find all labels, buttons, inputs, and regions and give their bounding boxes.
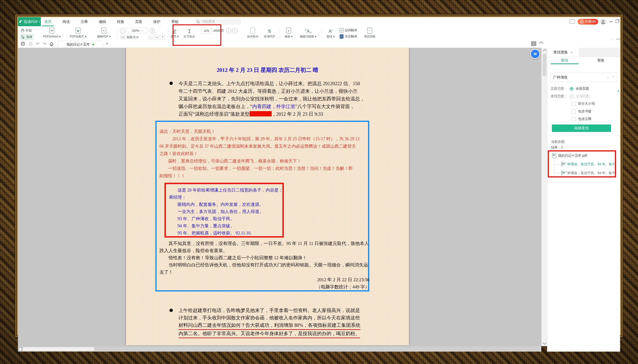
- zoom-in-button[interactable]: +: [150, 28, 155, 34]
- after-line: 去了！: [160, 268, 371, 276]
- function-search-input[interactable]: 功能搜索: [195, 18, 241, 25]
- menu-tab-help[interactable]: 帮助: [168, 17, 182, 26]
- merge-split-button[interactable]: 合并拆分: [245, 27, 260, 39]
- merge-split-icon: [250, 28, 255, 34]
- find-next-icon[interactable]: ⌄: [607, 76, 609, 79]
- edit-doc-icon: ✎: [102, 28, 106, 34]
- edit-pdf-button[interactable]: ✎ 编辑PDF ▾: [93, 27, 115, 39]
- find-replace-icon: ⌕: [367, 28, 372, 34]
- advanced-find-button[interactable]: 高级查找: [552, 124, 611, 132]
- document-tab[interactable]: 我的日记十五年: [57, 41, 103, 48]
- redaction-block: [250, 111, 272, 116]
- tab-find[interactable]: 查找: [555, 58, 574, 63]
- document-icon: [552, 153, 556, 158]
- play-button[interactable]: ▸ 播放 ▾: [282, 27, 295, 39]
- after-line: 当时明明白白已经告诉他天机，但他却没有打开成功大门的密码和钥匙。天眼一现顿合，瞬…: [160, 262, 371, 268]
- toolbar-divider: [168, 28, 168, 38]
- feedback-icon[interactable]: ···: [570, 19, 575, 24]
- app-brand-button[interactable]: 迅读PDF ▾: [18, 17, 41, 26]
- chevron-right-icon[interactable]: ›: [617, 88, 619, 93]
- checkbox-include-bookmarks[interactable]: [572, 110, 576, 114]
- result-count: 结果：2: [551, 146, 563, 150]
- menu-tab-protect[interactable]: 保护: [150, 17, 164, 26]
- tab-replace[interactable]: 替换: [591, 58, 610, 63]
- horizontal-scrollbar[interactable]: [18, 346, 541, 352]
- avatar[interactable]: [600, 19, 606, 24]
- bullet-icon: [170, 309, 173, 312]
- restore-window-button[interactable]: [615, 20, 619, 23]
- hand-icon: [21, 28, 24, 32]
- swallow-logo-icon: [19, 20, 23, 24]
- find-prev-icon[interactable]: ⌃: [612, 76, 614, 79]
- result-doc-name: 我的日记十五年.pdf: [558, 154, 587, 158]
- page-corner-icon[interactable]: [19, 347, 22, 351]
- pdf-to-word-floating-button[interactable]: W: [530, 49, 540, 59]
- pdf-to-word-button[interactable]: W PDF转Word ▾: [41, 27, 63, 39]
- home-button[interactable]: [50, 42, 54, 46]
- select-tool-button[interactable]: 选择: [20, 34, 34, 40]
- full-translate-button[interactable]: A 全文翻译: [340, 34, 357, 39]
- next-page-button[interactable]: ›: [232, 28, 238, 34]
- find-replace-button[interactable]: ⌕ 查找替换: [362, 27, 377, 39]
- vertical-scrollbar-thumb[interactable]: [542, 54, 546, 76]
- collapse-toolbar-icon[interactable]: [539, 42, 543, 46]
- horizontal-scrollbar-thumb[interactable]: [23, 347, 94, 351]
- panel-divider: [547, 136, 620, 136]
- highlight-tool-button[interactable]: 高亮 ▾: [169, 27, 181, 39]
- letter-line: 一切迷惑、一切欲知、一切要求、一切愿望、一切一切；此时当思！当想！当问！当提！当…: [160, 165, 372, 172]
- minimize-button[interactable]: [609, 22, 613, 22]
- red-underlined-text: 材料问山西二建去年情况如何？告大获成功，利润增加 80%，各项指标居建工集团系统: [179, 322, 360, 330]
- active-tab-underline: [551, 64, 579, 64]
- scope-row-comments: 包含注释: [572, 117, 591, 121]
- image-doc-icon: ▦: [76, 28, 81, 34]
- capture-extract-button[interactable]: ⌜A⌟ 截图与提取 ▾: [297, 27, 320, 39]
- save-button[interactable]: [29, 42, 33, 46]
- menu-tab-page[interactable]: 页面: [132, 17, 146, 26]
- page-number-input[interactable]: 375: [201, 28, 212, 34]
- new-tab-button[interactable]: +: [106, 41, 108, 46]
- menu-tab-edit[interactable]: 编辑: [95, 17, 110, 26]
- vertical-scrollbar[interactable]: [541, 48, 547, 346]
- search-result-item[interactable]: 广种薄收，取信于民。94 年、集中力: [562, 170, 614, 176]
- fit-text-button[interactable]: T: [160, 35, 165, 40]
- zoom-out-button[interactable]: −: [120, 28, 125, 34]
- checkbox-whole-word[interactable]: [570, 94, 574, 98]
- after-note-text: 其不知其意，没有所悟，没有理会。三年期限，一日不差。95 年 11 月 11 日…: [160, 240, 371, 276]
- radio-all-pages-icon[interactable]: [570, 87, 573, 91]
- menu-tab-convert[interactable]: 转换: [113, 17, 128, 26]
- redo-button[interactable]: ↷: [43, 42, 46, 46]
- checkbox-include-comments[interactable]: [572, 117, 576, 121]
- pdf-to-image-button[interactable]: ▦ PDF转图片 ▾: [67, 27, 89, 39]
- diary-paragraph-1: 今天是二月二龙抬头。上午九点打电话给温总，让小薛过来。把温总 20120222 …: [179, 80, 371, 118]
- panel-title-tab[interactable]: 查找替换 ×: [547, 48, 579, 57]
- actual-size-button[interactable]: 1:1 实际大小: [121, 34, 139, 40]
- undo-button[interactable]: ↶: [36, 42, 39, 46]
- menu-tab-home[interactable]: 首页: [41, 17, 55, 26]
- menu-tab-annotate[interactable]: 注释: [77, 17, 92, 26]
- result-doc-row[interactable]: 我的日记十五年.pdf: [552, 153, 614, 158]
- hand-tool-button[interactable]: 手型: [21, 28, 32, 34]
- print-button[interactable]: [21, 42, 25, 46]
- compress-pdf-button[interactable]: ⇅ 压缩PDF: [262, 27, 277, 39]
- scroll-down-icon[interactable]: [543, 341, 546, 345]
- fit-page-button[interactable]: ⬚: [149, 35, 154, 40]
- checkbox-match-case[interactable]: [572, 102, 576, 106]
- zoom-level-value: 150%: [132, 29, 139, 32]
- read-aloud-button[interactable]: A⁾ 朗读 ▾: [324, 27, 337, 39]
- fit-width-button[interactable]: ▭: [154, 35, 159, 40]
- word-translate-button[interactable]: A+ 划词翻译: [340, 28, 357, 33]
- menu-tab-read[interactable]: 阅读: [59, 17, 73, 26]
- toolbar-divider: [280, 28, 280, 38]
- close-icon[interactable]: ×: [571, 50, 573, 54]
- search-result-item[interactable]: 广种薄收，取信于民。94 年、集中力: [562, 162, 614, 167]
- scroll-up-icon[interactable]: [543, 49, 546, 53]
- text-annotation-button[interactable]: T̲ 文字批注: [182, 27, 197, 39]
- prev-page-button[interactable]: ‹: [226, 28, 231, 34]
- zoom-level-select[interactable]: 150%▾: [127, 28, 147, 34]
- actual-size-label: 实际大小: [127, 35, 139, 39]
- search-input[interactable]: 广种薄收 ⌄ ⌃: [551, 72, 617, 82]
- current-doc-label: 当前文档: [551, 140, 564, 144]
- one-to-one-icon: 1:1: [121, 35, 125, 39]
- search-value: 广种薄收: [553, 75, 567, 80]
- vip-button[interactable]: V 开通VIP: [578, 19, 598, 24]
